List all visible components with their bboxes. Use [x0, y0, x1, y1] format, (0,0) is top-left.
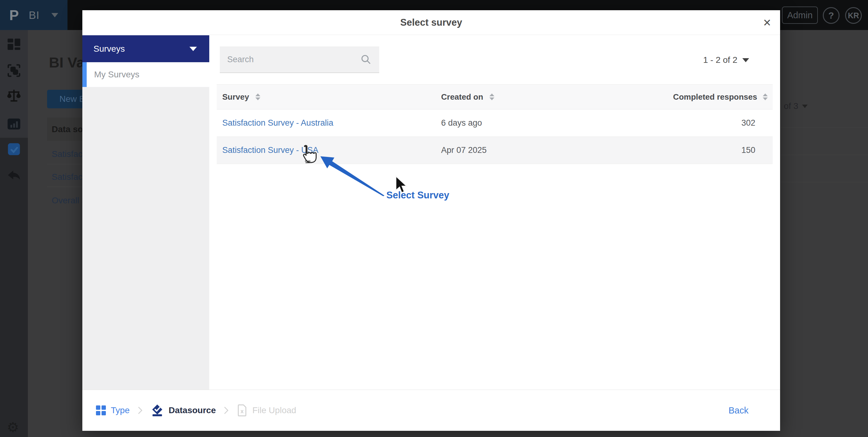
header-survey[interactable]: Survey: [217, 92, 441, 102]
list-item[interactable]: Overall S: [52, 196, 87, 206]
divider: [781, 155, 868, 155]
sort-icon[interactable]: [489, 93, 494, 100]
divider: [47, 164, 84, 164]
background-pagination[interactable]: of 3: [784, 101, 808, 111]
excel-file-icon: x: [237, 404, 247, 416]
close-button[interactable]: ✕: [763, 10, 771, 35]
screen: P BI Admin ? KR: [0, 0, 868, 437]
divider: [781, 127, 868, 128]
chevron-right-icon: [224, 406, 229, 415]
sidebar-group-label: Surveys: [93, 44, 125, 54]
product-name: BI: [29, 9, 40, 21]
sort-icon[interactable]: [763, 93, 768, 100]
table-row[interactable]: Satisfaction Survey - USA Apr 07 2025 15…: [217, 137, 773, 164]
settings-gear-icon[interactable]: ⚙: [7, 419, 19, 435]
modal-content: 1 - 2 of 2 Survey Created on: [209, 35, 780, 389]
left-nav-rail: ⚙: [0, 30, 28, 437]
page-title: BI Va: [49, 54, 85, 71]
annotation-label: Select Survey: [386, 190, 449, 201]
svg-text:x: x: [241, 408, 244, 414]
pagination-dropdown[interactable]: 1 - 2 of 2: [703, 53, 749, 67]
app-logo-area[interactable]: P BI: [0, 0, 67, 30]
undo-arrow-icon[interactable]: [6, 168, 22, 183]
background-pagination-label: of 3: [784, 101, 798, 111]
sidebar-item-my-surveys[interactable]: My Surveys: [82, 62, 209, 87]
stepper-step-type[interactable]: Type: [96, 405, 130, 415]
stepper-step-file-upload[interactable]: x File Upload: [237, 404, 296, 416]
step-label: Datasource: [169, 405, 216, 415]
app-logo: P: [9, 7, 19, 24]
scan-objects-icon[interactable]: [6, 63, 22, 78]
chevron-down-icon: [802, 104, 808, 108]
pagination-label: 1 - 2 of 2: [703, 55, 737, 65]
help-button[interactable]: ?: [823, 7, 839, 24]
table-header-row: Survey Created on Completed responses: [217, 84, 773, 110]
divider: [781, 182, 868, 182]
survey-link[interactable]: Satisfaction Survey - USA: [222, 146, 318, 155]
select-survey-modal: Select survey ✕ Surveys My Surveys: [82, 10, 780, 431]
stepper-step-datasource[interactable]: Datasource: [151, 404, 216, 417]
close-icon: ✕: [763, 17, 771, 29]
created-on-value: Apr 07 2025: [441, 146, 487, 155]
header-label: Created on: [441, 92, 483, 102]
datasource-check-icon: [151, 404, 164, 417]
header-label: Survey: [222, 92, 249, 102]
modal-header: Select survey ✕: [82, 10, 780, 35]
step-label: File Upload: [252, 405, 296, 415]
responses-value: 302: [741, 118, 755, 128]
help-icon: ?: [828, 10, 834, 21]
list-item[interactable]: Satisfacti: [52, 149, 87, 159]
admin-button[interactable]: Admin: [782, 6, 818, 24]
chevron-down-icon: [189, 47, 197, 51]
scales-icon[interactable]: [6, 88, 22, 104]
modal-footer-stepper: Type Datasource x Fi: [82, 389, 780, 431]
list-item[interactable]: Satisfacti: [52, 172, 87, 182]
search-box: [220, 46, 379, 73]
avatar-initials: KR: [848, 11, 859, 20]
created-on-value: 6 days ago: [441, 118, 482, 128]
step-label: Type: [111, 405, 130, 415]
responses-value: 150: [741, 146, 755, 155]
table-row[interactable]: Satisfaction Survey - Australia 6 days a…: [217, 110, 773, 137]
modal-body: Surveys My Surveys 1 - 2 of 2: [82, 35, 780, 389]
dashboard-icon[interactable]: [6, 36, 22, 52]
surveys-table: Survey Created on Completed responses: [217, 84, 773, 164]
bar-chart-icon[interactable]: [6, 116, 22, 131]
avatar[interactable]: KR: [845, 7, 862, 24]
chevron-down-icon: [52, 13, 58, 17]
search-input[interactable]: [220, 55, 361, 64]
chevron-down-icon: [742, 58, 749, 62]
modal-sidebar: Surveys My Surveys: [82, 35, 209, 389]
header-label: Completed responses: [673, 92, 757, 102]
survey-datasource-icon-active[interactable]: [6, 142, 22, 157]
admin-label: Admin: [787, 10, 813, 21]
header-created-on[interactable]: Created on: [441, 92, 593, 102]
sort-icon[interactable]: [255, 93, 260, 100]
sidebar-group-surveys[interactable]: Surveys: [82, 35, 209, 62]
chevron-right-icon: [138, 406, 143, 415]
grid-icon: [96, 405, 106, 415]
sidebar-item-label: My Surveys: [94, 70, 139, 80]
divider: [47, 187, 84, 187]
header-completed-responses[interactable]: Completed responses: [593, 92, 773, 102]
back-button[interactable]: Back: [729, 405, 748, 416]
modal-title: Select survey: [82, 10, 780, 35]
search-icon[interactable]: [361, 54, 371, 65]
survey-link[interactable]: Satisfaction Survey - Australia: [222, 118, 333, 128]
